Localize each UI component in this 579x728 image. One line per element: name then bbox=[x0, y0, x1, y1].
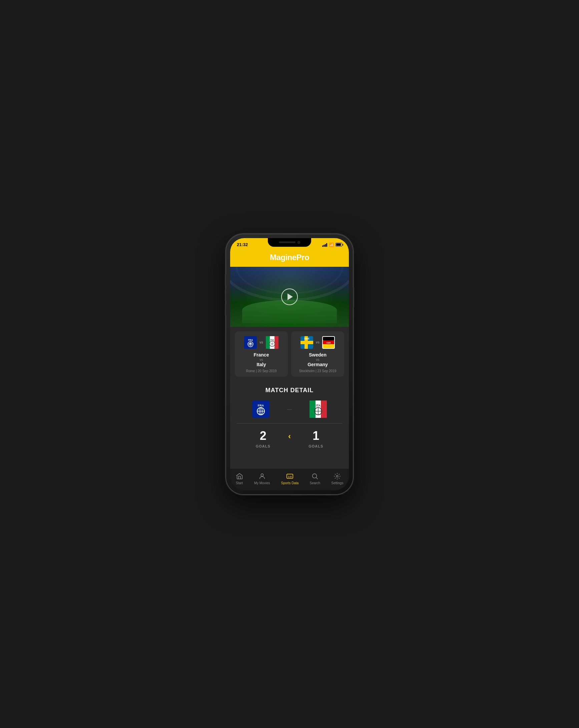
score1: 2 bbox=[260, 429, 266, 443]
svg-text:ITA: ITA bbox=[316, 404, 320, 407]
search-icon bbox=[311, 472, 318, 480]
home-icon bbox=[236, 472, 243, 480]
match-detail-title: MATCH DETAIL bbox=[237, 387, 342, 394]
svg-point-39 bbox=[261, 473, 263, 476]
match-cards: FRA vs ITA bbox=[230, 327, 349, 382]
team1-swe: Sweden bbox=[308, 352, 328, 358]
svg-rect-24 bbox=[323, 344, 334, 348]
video-hero[interactable] bbox=[230, 267, 349, 327]
ita-detail-badge: ITA bbox=[310, 400, 327, 418]
match-detail-section: MATCH DETAIL FRA — bbox=[230, 382, 349, 457]
svg-line-43 bbox=[316, 477, 317, 479]
svg-rect-22 bbox=[323, 337, 334, 340]
goals-label-1: GOALS bbox=[256, 444, 270, 448]
team1-fra: France bbox=[254, 352, 269, 358]
svg-text:GER: GER bbox=[326, 342, 331, 344]
fra-detail-badge: FRA bbox=[252, 400, 269, 418]
ger-badge: GER bbox=[322, 336, 335, 349]
ita-badge: ITA bbox=[266, 336, 279, 349]
speaker bbox=[279, 241, 295, 243]
swe-badge: SWE bbox=[300, 336, 313, 349]
nav-search[interactable]: Search bbox=[307, 472, 323, 486]
svg-point-44 bbox=[337, 475, 339, 477]
score-badges-row: FRA — ITA bbox=[237, 400, 342, 423]
svg-rect-11 bbox=[274, 336, 279, 349]
status-time: 21:32 bbox=[237, 242, 248, 247]
team2-ger: Germany bbox=[308, 362, 328, 367]
nav-my-movies-label: My Movies bbox=[254, 481, 270, 485]
goals-team1: 2 GOALS bbox=[256, 429, 270, 448]
svg-text:1:0: 1:0 bbox=[288, 475, 292, 478]
nav-sports-data[interactable]: 1:0 Sports Data bbox=[279, 472, 301, 486]
nav-sports-data-label: Sports Data bbox=[281, 481, 299, 485]
nav-my-movies[interactable]: My Movies bbox=[252, 472, 273, 486]
vs-label-2: vs bbox=[316, 340, 319, 344]
nav-settings[interactable]: Settings bbox=[328, 472, 346, 486]
wifi-icon: 📶 bbox=[329, 242, 334, 247]
score-center-divider: — bbox=[287, 407, 292, 412]
match-teams-swe-ger: Sweden vs Germany bbox=[308, 352, 328, 367]
phone-frame: 21:32 📶 MaginePro bbox=[226, 234, 353, 494]
match-info-2: Stockholm | 23 Sep 2019 bbox=[299, 369, 337, 373]
svg-rect-34 bbox=[321, 400, 327, 418]
content-area: FRA vs ITA bbox=[230, 327, 349, 468]
svg-text:FRA: FRA bbox=[258, 404, 264, 407]
match-teams-fra-ita: France vs Italy bbox=[254, 352, 269, 367]
scoreboard-icon: 1:0 bbox=[286, 472, 293, 480]
svg-text:FRA: FRA bbox=[248, 339, 253, 341]
team-score-ita: ITA bbox=[310, 400, 327, 418]
gear-icon bbox=[334, 472, 341, 480]
chevron-left-icon: ‹ bbox=[288, 432, 291, 441]
svg-text:ITA: ITA bbox=[270, 339, 274, 341]
goals-section: 2 GOALS ‹ 1 GOALS bbox=[237, 423, 342, 451]
team-score-fra: FRA bbox=[252, 400, 269, 418]
fra-badge: FRA bbox=[244, 336, 257, 349]
score2: 1 bbox=[313, 429, 319, 443]
notch bbox=[268, 238, 311, 247]
nav-settings-label: Settings bbox=[331, 481, 343, 485]
person-icon bbox=[259, 472, 266, 480]
signal-icon bbox=[322, 243, 327, 247]
app-header: MaginePro bbox=[230, 250, 349, 267]
goals-label-2: GOALS bbox=[309, 444, 323, 448]
match-card-fra-ita[interactable]: FRA vs ITA bbox=[235, 332, 288, 377]
svg-rect-32 bbox=[310, 400, 316, 418]
camera bbox=[297, 241, 300, 244]
team2-ita: Italy bbox=[254, 362, 269, 367]
play-button[interactable] bbox=[281, 288, 298, 305]
logo-part1: Magine bbox=[270, 253, 296, 262]
nav-search-label: Search bbox=[310, 481, 320, 485]
svg-rect-9 bbox=[266, 336, 270, 349]
vs-label-1: vs bbox=[260, 340, 263, 344]
logo-part2: Pro bbox=[296, 253, 310, 262]
bottom-nav: Start My Movies 1:0 Sports Data bbox=[230, 468, 349, 490]
match-card-swe-ger[interactable]: SWE vs GER Sw bbox=[291, 332, 344, 377]
phone-screen: 21:32 📶 MaginePro bbox=[230, 238, 349, 490]
app-logo: MaginePro bbox=[270, 253, 309, 262]
match-vs-2: vs bbox=[308, 358, 328, 362]
match-info-1: Rome | 20 Sep 2019 bbox=[246, 369, 277, 373]
team-badges-swe-ger: SWE vs GER bbox=[300, 336, 335, 349]
battery-icon bbox=[336, 243, 342, 246]
goals-team2: 1 GOALS bbox=[309, 429, 323, 448]
goals-divider: ‹ bbox=[288, 429, 291, 441]
team-badges-fra-ita: FRA vs ITA bbox=[244, 336, 279, 349]
nav-start[interactable]: Start bbox=[233, 472, 246, 486]
nav-start-label: Start bbox=[236, 481, 243, 485]
match-vs-1: vs bbox=[254, 358, 269, 362]
svg-text:SWE: SWE bbox=[304, 337, 310, 340]
play-icon bbox=[288, 293, 293, 300]
status-icons: 📶 bbox=[322, 242, 342, 247]
